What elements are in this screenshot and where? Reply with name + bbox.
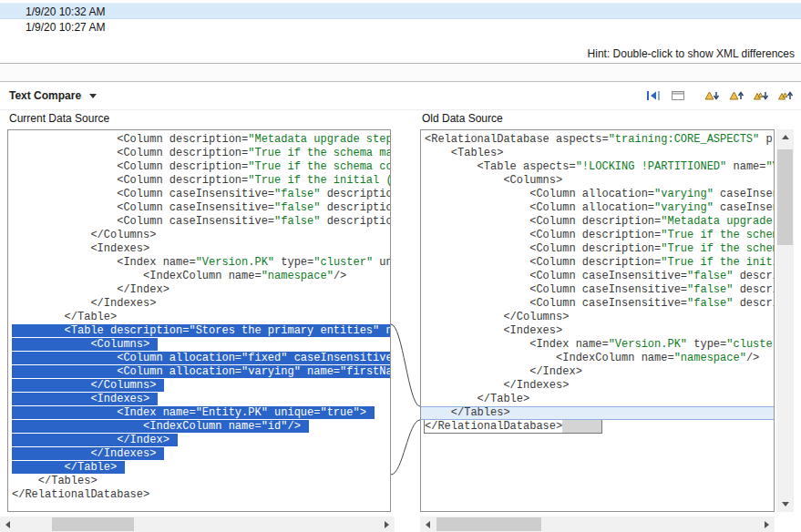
code-line[interactable]: </Table> <box>8 461 390 475</box>
code-line[interactable]: <IndexColumn name="id"/> <box>8 420 390 434</box>
code-line-text: <Column description="Metadata upgrade st… <box>12 133 390 146</box>
xml-code: <Column allocation= <box>425 201 654 214</box>
xml-code: name= <box>726 160 765 173</box>
xml-code: <Column description= <box>12 160 248 173</box>
vertical-scrollbar[interactable] <box>776 129 794 512</box>
code-line[interactable]: </Indexes> <box>8 447 390 461</box>
xml-code: <Column description= <box>12 147 248 159</box>
code-line[interactable]: <Column caseInsensitive="false" descript… <box>8 188 390 201</box>
left-pane-title: Current Data Source <box>9 112 109 128</box>
code-line[interactable]: </Tables> <box>8 475 390 488</box>
code-line[interactable]: </Index> <box>8 283 390 297</box>
code-line-text: </Index> <box>12 434 178 446</box>
ancestor-pane-icon[interactable] <box>668 87 688 104</box>
code-line[interactable]: </Index> <box>8 434 390 447</box>
xml-code: </Indexes> <box>425 379 569 392</box>
xml-attribute-value: "false" <box>687 270 733 282</box>
code-line[interactable]: <Column description="True if the initial… <box>421 256 774 270</box>
code-line-text: </Tables> <box>425 406 510 419</box>
code-line[interactable]: </Columns> <box>421 311 774 324</box>
previous-change-icon[interactable] <box>775 87 796 104</box>
next-change-icon[interactable] <box>751 87 771 104</box>
code-line[interactable]: </RelationalDatabase> <box>8 488 390 502</box>
left-compare-pane[interactable]: <Column description="Metadata upgrade st… <box>7 129 391 512</box>
swap-panes-icon[interactable] <box>643 87 663 104</box>
code-line[interactable]: <Column description="Metadata upgrade st… <box>421 215 774 229</box>
code-line[interactable]: <Table description="Stores the primary e… <box>8 324 390 338</box>
code-line[interactable]: <Table aspects="!LOCKING !PARTITIONED" n… <box>421 160 774 174</box>
code-line[interactable]: <Columns> <box>8 338 390 352</box>
code-line[interactable]: </Index> <box>421 365 774 379</box>
right-horizontal-scrollbar[interactable] <box>420 517 775 532</box>
xml-attribute-value: "Entity.PK" <box>196 406 268 419</box>
scroll-down-button[interactable] <box>776 496 794 512</box>
scroll-left-button[interactable] <box>420 517 436 532</box>
xml-code: <Indexes> <box>12 393 149 405</box>
history-timestamp: 1/9/20 10:27 AM <box>26 21 105 34</box>
code-line[interactable]: <Tables> <box>421 147 774 160</box>
code-line[interactable]: <Column caseInsensitive="false" descript… <box>8 201 390 215</box>
section-divider <box>0 65 801 81</box>
code-line[interactable]: <Column description="True if the schema … <box>421 242 774 256</box>
code-line[interactable]: <Indexes> <box>8 393 390 406</box>
code-line-text: </Tables> <box>12 475 98 487</box>
right-horizontal-scrollbar-thumb[interactable] <box>436 517 541 531</box>
code-line[interactable]: <Column description="True if the schema … <box>421 229 774 242</box>
scroll-right-button[interactable] <box>379 517 395 532</box>
compare-mode-dropdown[interactable]: Text Compare <box>9 89 97 102</box>
history-row-selected[interactable]: 1/9/20 10:32 AM <box>0 3 801 19</box>
code-line[interactable]: <Indexes> <box>421 324 774 338</box>
code-line[interactable]: </Table> <box>421 393 774 406</box>
xml-code: /> <box>334 270 346 282</box>
code-line[interactable]: <Index name="Entity.PK" unique="true"> <box>8 406 390 420</box>
code-line[interactable]: </Table> <box>8 311 390 324</box>
code-line[interactable]: <Column caseInsensitive="false" descript… <box>421 297 774 311</box>
code-line[interactable]: <Column description="Metadata upgrade st… <box>8 133 390 147</box>
vertical-scrollbar-thumb[interactable] <box>777 149 793 245</box>
code-line[interactable]: <Indexes> <box>8 242 390 256</box>
xml-code: <IndexColumn name= <box>12 420 262 433</box>
code-line[interactable]: </Columns> <box>8 229 390 242</box>
code-line[interactable]: <Column caseInsensitive="false" descript… <box>421 270 774 283</box>
code-line[interactable]: <IndexColumn name="namespace"/> <box>8 270 390 283</box>
previous-difference-icon[interactable] <box>726 87 746 104</box>
code-line[interactable]: <Column description="True if the schema … <box>8 147 390 160</box>
code-line[interactable]: </RelationalDatabase> <box>421 420 774 434</box>
code-line[interactable]: <Column caseInsensitive="false" descript… <box>8 215 390 229</box>
xml-code: </Columns> <box>12 229 156 241</box>
xml-code: <RelationalDatabase aspects= <box>425 133 609 146</box>
code-line[interactable]: </Columns> <box>8 379 390 393</box>
xml-attribute-value: "Version.PK" <box>609 338 687 351</box>
chevron-down-icon <box>89 94 97 98</box>
history-row[interactable]: 1/9/20 10:27 AM <box>0 19 801 36</box>
code-line[interactable]: <Column caseInsensitive="false" descript… <box>421 283 774 297</box>
left-horizontal-scrollbar-thumb[interactable] <box>52 517 134 531</box>
code-line[interactable]: </Indexes> <box>8 297 390 311</box>
code-line[interactable]: <Index name="Version.PK" type="cluster" … <box>8 256 390 270</box>
xml-code: <Indexes> <box>425 324 562 337</box>
code-line[interactable]: <Column allocation="varying" caseInsensi… <box>421 188 774 201</box>
arrow-right-icon <box>385 521 389 528</box>
code-line-text: <Column caseInsensitive="false" descript… <box>12 201 390 214</box>
code-line[interactable]: <Column allocation="varying" name="first… <box>8 365 390 379</box>
code-line[interactable]: <Column allocation="varying" caseInsensi… <box>421 201 774 215</box>
code-line-text: <Column caseInsensitive="false" descript… <box>425 270 774 282</box>
code-line[interactable]: <Column description="True if the initial… <box>8 174 390 188</box>
scroll-right-button[interactable] <box>759 517 775 532</box>
scroll-up-button[interactable] <box>776 129 794 145</box>
xml-code: unique= <box>373 256 390 269</box>
next-difference-icon[interactable] <box>702 87 722 104</box>
code-line[interactable]: </Tables> <box>421 406 774 420</box>
scroll-left-button[interactable] <box>0 517 15 532</box>
code-line[interactable]: <RelationalDatabase aspects="training:CO… <box>421 133 774 147</box>
left-horizontal-scrollbar[interactable] <box>0 517 395 532</box>
xml-code: </RelationalDatabase> <box>425 420 562 433</box>
code-line[interactable]: </Indexes> <box>421 379 774 393</box>
code-line[interactable]: <Columns> <box>421 174 774 188</box>
code-line[interactable]: <Column allocation="fixed" caseInsensiti… <box>8 352 390 365</box>
right-compare-pane[interactable]: <RelationalDatabase aspects="training:CO… <box>420 129 775 512</box>
code-line[interactable]: <Column description="True if the schema … <box>8 160 390 174</box>
code-line-text: <Indexes> <box>425 324 562 337</box>
code-line[interactable]: <Index name="Version.PK" type="cluster" … <box>421 338 774 352</box>
code-line[interactable]: <IndexColumn name="namespace"/> <box>421 352 774 365</box>
